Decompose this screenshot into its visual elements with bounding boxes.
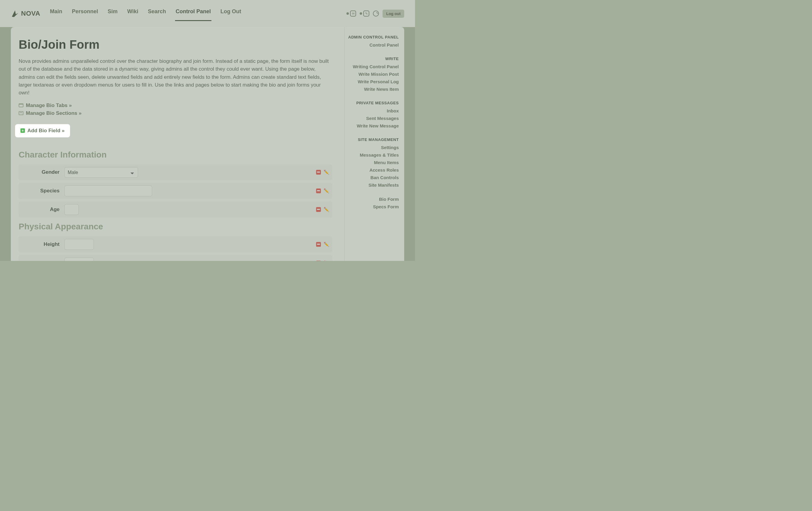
sidebar-link[interactable]: Messages & Titles — [345, 152, 399, 157]
main-panel: Bio/Join Form Nova provides admins unpar… — [11, 27, 345, 261]
nav-link[interactable]: Main — [49, 6, 63, 21]
manage-bio-tabs-link[interactable]: Manage Bio Tabs » — [26, 102, 72, 109]
tabs-icon — [19, 103, 24, 108]
brand-text: NOVA — [21, 10, 40, 18]
nav-link[interactable]: Log Out — [220, 6, 242, 21]
sidebar-group: SITE MANAGEMENTSettingsMessages & Titles… — [345, 138, 399, 187]
field-input[interactable] — [64, 258, 94, 261]
edit-icon[interactable]: ✏️ — [324, 261, 329, 261]
delete-icon[interactable] — [316, 188, 321, 193]
sidebar-group: Bio FormSpecs Form — [345, 197, 399, 209]
sections-icon — [19, 111, 24, 116]
sidebar-link[interactable]: Bio Form — [345, 197, 399, 202]
sidebar-link[interactable]: Settings — [345, 145, 399, 150]
field-label: Gender — [22, 169, 64, 175]
dashboard-icon[interactable] — [373, 10, 379, 17]
envelope-icon: ✉ — [350, 10, 356, 17]
sidebar-link[interactable]: Ban Controls — [345, 175, 399, 180]
add-bio-field-button[interactable]: + Add Bio Field » — [15, 124, 70, 138]
edit-icon[interactable]: ✏️ — [324, 170, 329, 175]
edit-icon[interactable]: ✏️ — [324, 207, 329, 212]
sidebar-heading: PRIVATE MESSAGES — [345, 101, 399, 105]
add-bio-field-label[interactable]: Add Bio Field » — [27, 128, 65, 134]
form-row: Weight✏️ — [19, 255, 332, 261]
sidebar-link[interactable]: Access Roles — [345, 168, 399, 173]
delete-icon[interactable] — [316, 207, 321, 212]
plus-icon: + — [21, 128, 25, 133]
top-navigation: NOVA MainPersonnelSimWikiSearchControl P… — [0, 0, 415, 27]
field-input[interactable] — [64, 185, 152, 196]
field-select[interactable]: Male — [64, 167, 138, 178]
status-dot-icon — [360, 12, 362, 15]
brand-logo[interactable]: NOVA — [11, 9, 40, 18]
sidebar-group: WRITEWriting Control PanelWrite Mission … — [345, 57, 399, 92]
field-input[interactable] — [64, 239, 94, 250]
sidebar-heading: ADMIN CONTROL PANEL — [345, 35, 399, 39]
edit-icon[interactable]: ✏️ — [324, 188, 329, 193]
page-title: Bio/Join Form — [19, 38, 332, 51]
content-card: Bio/Join Form Nova provides admins unpar… — [11, 27, 404, 261]
compose-icon: ✎ — [363, 10, 369, 17]
manage-bio-sections-link[interactable]: Manage Bio Sections » — [26, 110, 82, 116]
primary-nav: MainPersonnelSimWikiSearchControl PanelL… — [49, 6, 346, 21]
field-label: Species — [22, 188, 64, 194]
sidebar-link[interactable]: Write New Message — [345, 123, 399, 128]
field-label: Age — [22, 207, 64, 212]
form-row: GenderMale✏️ — [19, 164, 332, 180]
sidebar-link[interactable]: Inbox — [345, 108, 399, 113]
sidebar-group: PRIVATE MESSAGESInboxSent MessagesWrite … — [345, 101, 399, 128]
delete-icon[interactable] — [316, 261, 321, 261]
writing-indicator[interactable]: ✎ — [360, 10, 369, 17]
field-label: Weight — [22, 260, 64, 261]
sidebar-link[interactable]: Menu Items — [345, 160, 399, 165]
section-title: Physical Appearance — [19, 222, 332, 232]
form-row: Species✏️ — [19, 183, 332, 199]
inbox-indicator[interactable]: ✉ — [346, 10, 356, 17]
sidebar-link[interactable]: Writing Control Panel — [345, 64, 399, 69]
status-dot-icon — [346, 12, 349, 15]
sidebar-link[interactable]: Write Personal Log — [345, 79, 399, 84]
sidebar-group: ADMIN CONTROL PANELControl Panel — [345, 35, 399, 48]
sidebar-link[interactable]: Specs Form — [345, 204, 399, 209]
logout-button[interactable]: Log out — [382, 10, 404, 18]
sidebar-link[interactable]: Site Manifests — [345, 182, 399, 187]
field-input[interactable] — [64, 204, 79, 215]
sidebar-link[interactable]: Sent Messages — [345, 116, 399, 121]
edit-icon[interactable]: ✏️ — [324, 242, 329, 247]
delete-icon[interactable] — [316, 242, 321, 247]
nova-logo-icon — [11, 9, 19, 18]
nav-link[interactable]: Personnel — [71, 6, 99, 21]
nav-link[interactable]: Search — [147, 6, 167, 21]
section-title: Character Information — [19, 150, 332, 160]
sidebar: ADMIN CONTROL PANELControl PanelWRITEWri… — [345, 27, 404, 261]
form-row: Age✏️ — [19, 201, 332, 218]
field-label: Height — [22, 241, 64, 247]
nav-link[interactable]: Control Panel — [175, 6, 211, 21]
sidebar-heading: WRITE — [345, 57, 399, 61]
sidebar-link[interactable]: Write News Item — [345, 87, 399, 92]
sidebar-link[interactable]: Control Panel — [345, 42, 399, 48]
sidebar-link[interactable]: Write Mission Post — [345, 71, 399, 77]
form-row: Height✏️ — [19, 236, 332, 252]
nav-link[interactable]: Wiki — [126, 6, 139, 21]
sidebar-heading: SITE MANAGEMENT — [345, 138, 399, 142]
top-right-controls: ✉ ✎ Log out — [346, 10, 404, 18]
page-intro: Nova provides admins unparalleled contro… — [19, 57, 332, 97]
manage-links: Manage Bio Tabs » Manage Bio Sections » — [19, 102, 332, 116]
delete-icon[interactable] — [316, 170, 321, 175]
nav-link[interactable]: Sim — [107, 6, 118, 21]
